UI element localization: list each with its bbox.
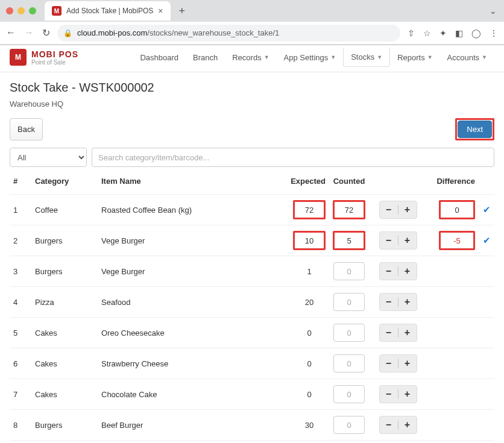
new-tab-button[interactable]: + [175, 5, 189, 17]
main-nav: Dashboard Branch Records ▼ App Settings … [133, 48, 494, 67]
cell-counted [329, 379, 369, 410]
table-row: 6CakesStrawberry Cheese0−+ [10, 348, 494, 379]
minus-button[interactable]: − [380, 263, 398, 280]
caret-icon: ▼ [482, 54, 487, 60]
extensions-icon[interactable]: ✦ [439, 28, 447, 38]
cell-expected: 0 [285, 441, 329, 444]
counted-input[interactable] [333, 231, 365, 250]
cell-number: 8 [10, 410, 31, 441]
minimize-window-icon[interactable] [17, 7, 25, 14]
counted-input[interactable] [333, 262, 365, 280]
cell-item: Seafood [98, 287, 285, 318]
search-input[interactable] [92, 148, 494, 167]
nav-dashboard[interactable]: Dashboard [133, 48, 186, 67]
cell-expected: 0 [285, 318, 329, 348]
plus-button[interactable]: + [398, 416, 417, 433]
cell-stepper: −+ [369, 287, 427, 318]
tab-title: Add Stock Take | MobiPOS [66, 7, 153, 15]
page-subtitle: Warehouse HQ [10, 99, 494, 108]
close-window-icon[interactable] [6, 7, 13, 14]
table-row: 2BurgersVege Burger10−+-5✔ [10, 225, 494, 256]
back-icon[interactable]: ← [6, 27, 16, 39]
cell-stepper: −+ [369, 379, 427, 410]
cell-difference [427, 256, 479, 287]
close-tab-icon[interactable]: × [158, 6, 163, 16]
quantity-stepper: −+ [379, 262, 417, 280]
plus-button[interactable]: + [398, 324, 417, 341]
plus-button[interactable]: + [398, 263, 417, 280]
counted-input[interactable] [333, 385, 365, 403]
brand-title: MOBI POS [31, 49, 78, 59]
minus-button[interactable]: − [380, 232, 398, 249]
back-button[interactable]: Back [10, 118, 43, 140]
nav-stocks[interactable]: Stocks ▼ [343, 48, 390, 67]
maximize-window-icon[interactable] [29, 7, 36, 14]
table-row: 4PizzaSeafood20−+ [10, 287, 494, 318]
cell-item: Vege Burger [98, 225, 285, 256]
counted-input[interactable] [333, 324, 365, 342]
nav-accounts[interactable]: Accounts ▼ [440, 48, 494, 67]
brand[interactable]: M MOBI POS Point of Sale [10, 49, 78, 66]
cell-number: 2 [10, 225, 31, 256]
col-counted: Counted [329, 172, 369, 195]
address-bar[interactable]: 🔒 cloud.mobi-pos.com/stocks/new_warehous… [57, 25, 400, 42]
cell-check [479, 410, 494, 441]
minus-button[interactable]: − [380, 386, 398, 403]
nav-reports[interactable]: Reports ▼ [390, 48, 439, 67]
nav-app-settings[interactable]: App Settings ▼ [277, 48, 344, 67]
cell-item: Oreo Cheesecake [98, 318, 285, 348]
browser-tab[interactable]: M Add Stock Take | MobiPOS × [45, 1, 171, 20]
counted-input[interactable] [333, 354, 365, 372]
profile-icon[interactable]: ◯ [471, 28, 481, 38]
cell-stepper: −+ [369, 225, 427, 256]
counted-input[interactable] [333, 293, 365, 311]
cell-check: ✔ [479, 225, 494, 256]
cell-check [479, 441, 494, 444]
cell-stepper: −+ [369, 441, 427, 444]
chevron-down-icon[interactable]: ⌄ [490, 6, 498, 16]
cell-category: Cakes [31, 379, 98, 410]
cell-number: 1 [10, 195, 31, 225]
plus-button[interactable]: + [398, 294, 417, 310]
col-item: Item Name [98, 172, 285, 195]
cell-difference [427, 318, 479, 348]
star-icon[interactable]: ☆ [423, 28, 431, 38]
table-row: 9PizzaBeef Pepperoni0−+ [10, 441, 494, 444]
counted-input[interactable] [333, 416, 365, 434]
minus-button[interactable]: − [380, 355, 398, 372]
app-header: M MOBI POS Point of Sale Dashboard Branc… [0, 45, 504, 72]
plus-button[interactable]: + [398, 201, 417, 218]
col-expected: Expected [285, 172, 329, 195]
cell-stepper: −+ [369, 348, 427, 379]
stock-table: # Category Item Name Expected Counted Di… [10, 172, 494, 443]
minus-button[interactable]: − [380, 294, 398, 310]
col-category: Category [31, 172, 98, 195]
cell-counted [329, 348, 369, 379]
plus-button[interactable]: + [398, 386, 417, 403]
next-button[interactable]: Next [458, 121, 492, 138]
minus-button[interactable]: − [380, 201, 398, 218]
menu-icon[interactable]: ⋮ [490, 28, 498, 38]
nav-records[interactable]: Records ▼ [225, 48, 276, 67]
minus-button[interactable]: − [380, 416, 398, 433]
reload-icon[interactable]: ↻ [42, 27, 50, 39]
plus-button[interactable]: + [398, 232, 417, 249]
url-path: /stocks/new_warehouse_stock_take/1 [147, 28, 279, 37]
nav-branch[interactable]: Branch [186, 48, 225, 67]
cell-check [479, 348, 494, 379]
cell-expected: 20 [285, 287, 329, 318]
category-filter[interactable]: All [10, 148, 87, 167]
cell-stepper: −+ [369, 256, 427, 287]
cell-counted [329, 318, 369, 348]
cell-category: Pizza [31, 287, 98, 318]
counted-input[interactable] [333, 200, 365, 219]
caret-icon: ▼ [427, 54, 433, 60]
cell-expected: 72 [285, 195, 329, 225]
table-row: 3BurgersVege Burger1−+ [10, 256, 494, 287]
share-icon[interactable]: ⇧ [408, 28, 415, 38]
page-title: Stock Take - WSTK000002 [10, 81, 494, 95]
minus-button[interactable]: − [380, 324, 398, 341]
sidepanel-icon[interactable]: ◧ [455, 28, 463, 38]
plus-button[interactable]: + [398, 355, 417, 372]
forward-icon[interactable]: → [24, 27, 34, 39]
